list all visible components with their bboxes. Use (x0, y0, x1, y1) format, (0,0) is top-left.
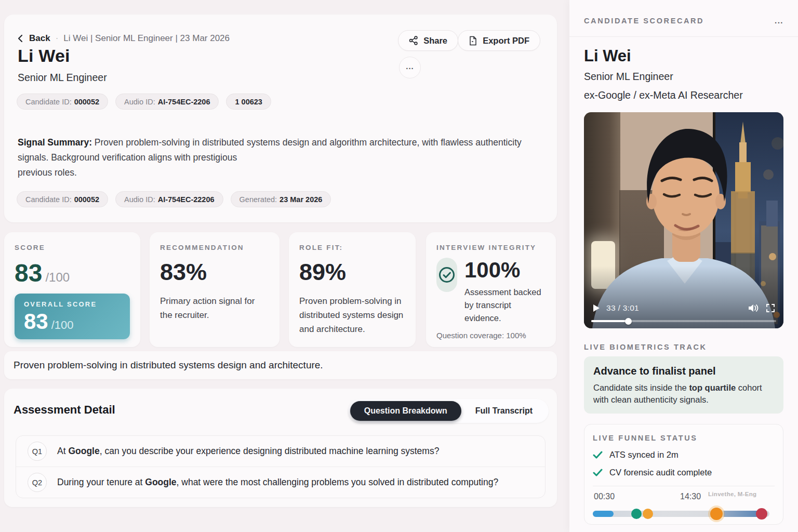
breadcrumb-separator: · (56, 33, 59, 44)
biometrics-track-label: LIVE BIOMETRICS TRACK (584, 343, 707, 351)
chip-value: 1 00623 (235, 98, 262, 106)
funnel-item-text: ATS synced in 2m (609, 450, 679, 460)
share-button-label: Share (423, 36, 447, 46)
signal-summary-tail: previous roles. (18, 165, 540, 180)
candidate-name: Li Wei (584, 47, 631, 65)
overall-score-value: 83 /100 (24, 309, 121, 334)
role-fit-value: 89% (299, 259, 405, 286)
overall-score-number: 83 (24, 309, 48, 334)
check-circle-icon (438, 266, 456, 284)
chip-label: Generated: (240, 195, 277, 204)
chevron-left-icon[interactable] (17, 34, 24, 43)
chip-value: 23 Mar 2026 (280, 195, 322, 204)
score-label: SCORE (15, 244, 130, 251)
question-row[interactable]: Q1 At Google, can you describe your expe… (16, 436, 545, 467)
candidate-id-chip: Candidate ID: 000052 (17, 94, 108, 110)
overall-score-suffix: /100 (51, 318, 74, 332)
signal-summary-text: Proven problem-solving in distributed sy… (18, 137, 522, 163)
question-prefix: At (57, 446, 68, 456)
candidate-id-chip: Candidate ID: 000052 (17, 191, 108, 207)
funnel-item: ATS synced in 2m (593, 450, 775, 460)
volume-icon[interactable] (748, 303, 760, 313)
assessment-tabs: Question Breakdown Full Transcript (348, 399, 549, 423)
assessment-detail-card: Assessment Detail Question Breakdown Ful… (4, 389, 557, 507)
question-badge: Q1 (28, 442, 47, 461)
sidebar-title: CANDIDATE SCORECARD (584, 17, 704, 25)
question-body: , what were the most challenging problem… (177, 477, 499, 487)
role-fit-card: ROLE FIT: 89% Proven problem-solving in … (289, 232, 416, 347)
question-badge: Q2 (28, 473, 47, 492)
page-subtitle: Senior ML Engineer (18, 72, 107, 84)
chip-value: 000052 (74, 98, 99, 106)
question-body: , can you describe your experience desig… (100, 446, 440, 456)
score-suffix: /100 (45, 270, 70, 285)
timeline-annotation: Linvethe, M-Eng (708, 491, 756, 497)
export-pdf-button[interactable]: Export PDF (458, 30, 540, 51)
score-number: 83 (15, 259, 42, 287)
question-bold: Google (145, 477, 176, 487)
interview-integrity-label: INTERVIEW INTEGRITY (436, 244, 546, 251)
timeline-marker-green[interactable] (631, 509, 642, 519)
more-options-button[interactable]: ... (399, 57, 421, 78)
share-icon (409, 36, 418, 45)
signal-summary-label: Signal Summary: (18, 137, 92, 148)
sidebar-more-button[interactable]: ... (775, 19, 783, 23)
overall-score-badge: OVERALL SCORE 83 /100 (15, 294, 130, 339)
chip-label: Audio ID: (124, 98, 155, 106)
video-progress-bar[interactable] (591, 320, 776, 322)
role-fit-label: ROLE FIT: (299, 244, 405, 251)
recommendation-desc: Primary action signal for the recruiter. (160, 294, 269, 322)
export-pdf-label: Export PDF (483, 36, 529, 46)
breadcrumb: Back · Li Wei | Senior ML Engineer | 23 … (17, 33, 230, 44)
question-list: Q1 At Google, can you describe your expe… (16, 435, 546, 498)
video-gradient-overlay (584, 266, 783, 328)
fullscreen-icon[interactable] (766, 303, 775, 313)
highlight-strip: Proven problem-solving in distributed sy… (4, 351, 557, 379)
chip-value: AI-754EC-22206 (158, 195, 215, 204)
breadcrumb-text: Li Wei | Senior ML Engineer | 23 Mar 202… (63, 33, 230, 44)
recommendation-bold: top quartile (689, 383, 736, 392)
overall-score-label: OVERALL SCORE (24, 300, 121, 308)
timeline-marker-red[interactable] (756, 508, 767, 520)
timeline-marker-orange[interactable] (643, 509, 653, 519)
play-icon[interactable] (592, 304, 600, 312)
integrity-check-pill (436, 258, 457, 292)
sidebar-header: CANDIDATE SCORECARD ... (584, 17, 783, 25)
timeline-start-time: 00:30 (594, 492, 615, 501)
question-bold: Google (68, 446, 99, 456)
document-icon (469, 36, 477, 46)
divider (593, 486, 775, 486)
chip-value: AI-754EC-2206 (158, 98, 210, 106)
question-coverage: Question coverage: 100% (436, 331, 546, 340)
video-controls: 33 / 3:01 (592, 303, 775, 313)
funnel-status-label: LIVE FUNNEL STATUS (593, 434, 775, 442)
check-icon (593, 469, 603, 476)
funnel-timeline-track[interactable] (593, 508, 775, 520)
score-value: 83 /100 (15, 259, 130, 287)
recommendation-label: RECOMMENDATION (160, 244, 269, 251)
back-button[interactable]: Back (29, 33, 50, 44)
funnel-item-text: CV forensic audit complete (609, 468, 712, 477)
video-progress-fill (591, 320, 628, 322)
funnel-timeline-labels: 00:30 14:30 Linvethe, M-Eng (593, 492, 775, 502)
question-text: At Google, can you describe your experie… (57, 446, 439, 457)
candidate-video-player[interactable]: 33 / 3:01 (584, 112, 783, 328)
tab-full-transcript[interactable]: Full Transcript (461, 401, 547, 421)
chip-row-top: Candidate ID: 000052 Audio ID: AI-754EC-… (17, 94, 271, 110)
question-row[interactable]: Q2 During your tenure at Google, what we… (16, 467, 545, 498)
candidate-scorecard-panel: CANDIDATE SCORECARD ... Li Wei Senior ML… (569, 0, 798, 532)
timeline-segment-blue (593, 511, 614, 517)
audio-id-chip: Audio ID: AI-754EC-2206 (115, 94, 219, 110)
question-prefix: During your tenure at (57, 477, 145, 487)
share-button[interactable]: Share (398, 30, 458, 51)
generated-date-chip: Generated: 23 Mar 2026 (231, 191, 331, 207)
timeline-marker-orange-active[interactable] (710, 508, 723, 520)
interview-integrity-desc: Assessment backed by transcript evidence… (464, 286, 546, 325)
candidate-role: Senior ML Engineer (584, 71, 673, 83)
video-timestamp: 33 / 3:01 (606, 303, 639, 313)
chip-label: Candidate ID: (25, 195, 72, 204)
tab-question-breakdown[interactable]: Question Breakdown (350, 401, 461, 421)
chip-label: Candidate ID: (25, 98, 72, 106)
code-chip: 1 00623 (226, 94, 271, 110)
divider (569, 36, 798, 37)
